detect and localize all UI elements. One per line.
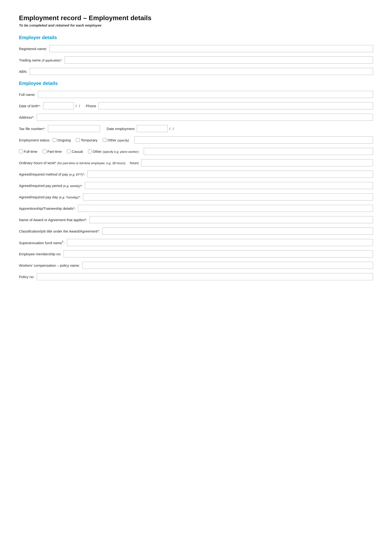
trading-name-label: Trading name (if applicable)*: — [19, 58, 62, 62]
trading-name-input[interactable] — [64, 57, 373, 64]
ongoing-checkbox-item: Ongoing — [53, 138, 72, 142]
membership-label: Employee membership no: — [19, 252, 61, 256]
casual-checkbox-item: Casual — [67, 149, 84, 153]
date-employ-slash2: / — [173, 127, 174, 131]
casual-checkbox[interactable] — [67, 149, 71, 153]
pay-method-row: Agreed/required method of pay (e.g. EFT)… — [19, 171, 373, 178]
pay-day-input[interactable] — [83, 193, 373, 200]
registered-name-label: Registered name: — [19, 47, 47, 51]
ordinary-hours-label: Ordinary hours of work* (for part-time o… — [19, 161, 126, 165]
employer-section-title: Employer details — [19, 35, 373, 40]
parttime-label: Part-time — [47, 149, 62, 153]
other-status-label: Other (specify) — [107, 138, 129, 142]
membership-input[interactable] — [64, 250, 373, 257]
other-status-checkbox-item: Other (specify) — [103, 138, 130, 142]
other-type-label: Other (specify e.g. piece worker) — [93, 149, 138, 153]
abn-input[interactable] — [30, 68, 373, 75]
page-subtitle: To be completed and retained for each em… — [19, 23, 373, 27]
date-employ-input[interactable] — [137, 125, 168, 132]
award-label: Name of Award or Agreement that applies*… — [19, 218, 87, 222]
abn-row: ABN: — [19, 68, 373, 75]
phone-input[interactable] — [98, 102, 373, 110]
employer-details-section: Employer details Registered name: Tradin… — [19, 35, 373, 75]
other-status-input[interactable] — [134, 136, 373, 144]
abn-label: ABN: — [19, 70, 27, 73]
page-title: Employment record – Employment details — [19, 14, 373, 22]
trading-name-row: Trading name (if applicable)*: — [19, 57, 373, 64]
fulltime-checkbox[interactable] — [19, 149, 23, 153]
full-name-row: Full name: — [19, 91, 373, 98]
fulltime-label: Full-time — [24, 149, 37, 153]
employee-details-section: Employee details Full name: Date of birt… — [19, 81, 373, 280]
registered-name-input[interactable] — [49, 45, 373, 52]
workers-comp-row: Workers' compensation – policy name: — [19, 262, 373, 269]
dob-slash1: / — [76, 104, 77, 108]
ordinary-hours-input[interactable] — [141, 159, 373, 166]
temporary-checkbox-item: Temporary — [76, 138, 99, 142]
other-type-input[interactable] — [144, 148, 373, 155]
address-label: Address*: — [19, 115, 34, 119]
phone-label: Phone — [86, 104, 96, 108]
dob-phone-row: Date of birth*: / / Phone — [19, 102, 373, 110]
policy-no-row: Policy no: — [19, 273, 373, 280]
classification-input[interactable] — [102, 227, 373, 235]
super-label: Superannuation fund name†: — [19, 240, 64, 245]
pay-day-label: Agreed/required pay day (e.g. Tuesday)*: — [19, 195, 81, 199]
casual-label: Casual — [72, 149, 83, 153]
taxfile-input[interactable] — [48, 125, 100, 132]
other-status-checkbox[interactable] — [103, 138, 107, 142]
pay-period-row: Agreed/required pay period (e.g. weekly)… — [19, 182, 373, 189]
other-type-checkbox-item: Other (specify e.g. piece worker) — [88, 149, 140, 153]
address-input[interactable] — [37, 114, 373, 121]
full-name-label: Full name: — [19, 93, 36, 97]
pay-period-label: Agreed/required pay period (e.g. weekly)… — [19, 184, 83, 188]
temporary-label: Temporary — [81, 138, 98, 142]
address-row: Address*: — [19, 114, 373, 121]
ordinary-hours-row: Ordinary hours of work* (for part-time o… — [19, 159, 373, 166]
dob-input[interactable] — [43, 102, 74, 110]
award-input[interactable] — [89, 216, 373, 223]
hours-word: hours — [130, 161, 139, 165]
date-employ-label: Date employment — [107, 127, 135, 131]
ongoing-checkbox[interactable] — [53, 138, 57, 142]
date-employ-slash1: / — [169, 127, 170, 131]
policy-no-label: Policy no: — [19, 275, 34, 279]
pay-method-label: Agreed/required method of pay (e.g. EFT)… — [19, 172, 85, 176]
dob-slash2: / — [79, 104, 80, 108]
taxfile-dateemploy-row: Tax file number*: Date employment / / — [19, 125, 373, 132]
fulltime-checkbox-item: Full-time — [19, 149, 39, 153]
membership-row: Employee membership no: — [19, 250, 373, 257]
registered-name-row: Registered name: — [19, 45, 373, 52]
parttime-checkbox-item: Part-time — [43, 149, 63, 153]
classification-label: Classification/job title under the Award… — [19, 229, 100, 233]
employment-status-label: Employment status: — [19, 138, 50, 142]
ongoing-label: Ongoing — [57, 138, 71, 142]
pay-method-input[interactable] — [87, 171, 373, 178]
employment-status-row: Employment status: Ongoing Temporary Oth… — [19, 136, 373, 144]
classification-row: Classification/job title under the Award… — [19, 227, 373, 235]
parttime-checkbox[interactable] — [43, 149, 46, 153]
apprenticeship-input[interactable] — [78, 205, 373, 212]
pay-day-row: Agreed/required pay day (e.g. Tuesday)*: — [19, 193, 373, 200]
apprenticeship-row: Apprenticeship/Traineeship details*: — [19, 205, 373, 212]
work-type-row: Full-time Part-time Casual Other (specif… — [19, 148, 373, 155]
pay-period-input[interactable] — [85, 182, 373, 189]
full-name-input[interactable] — [38, 91, 373, 98]
other-type-checkbox[interactable] — [88, 149, 92, 153]
super-row: Superannuation fund name†: — [19, 239, 373, 246]
dob-label: Date of birth*: — [19, 104, 41, 108]
apprenticeship-label: Apprenticeship/Traineeship details*: — [19, 206, 76, 211]
workers-comp-input[interactable] — [82, 262, 373, 269]
super-input[interactable] — [67, 239, 373, 246]
policy-no-input[interactable] — [37, 273, 373, 280]
employee-section-title: Employee details — [19, 81, 373, 86]
award-row: Name of Award or Agreement that applies*… — [19, 216, 373, 223]
workers-comp-label: Workers' compensation – policy name: — [19, 263, 80, 267]
taxfile-label: Tax file number*: — [19, 127, 46, 131]
temporary-checkbox[interactable] — [76, 138, 80, 142]
